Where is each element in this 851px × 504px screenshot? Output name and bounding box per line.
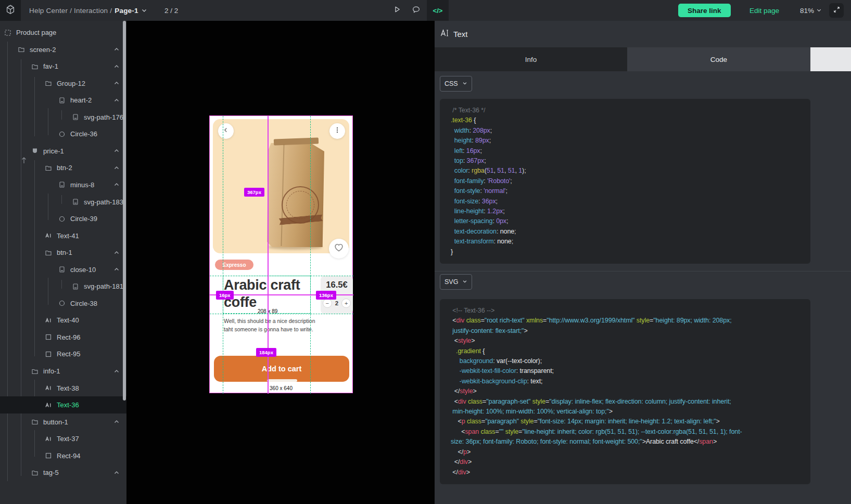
- layer-row-rect-96[interactable]: Rect-96: [0, 329, 126, 346]
- tab-code[interactable]: Code: [627, 47, 810, 71]
- layer-label: Text-41: [57, 232, 79, 240]
- layer-row-btn-2[interactable]: btn-2: [0, 159, 126, 176]
- layer-row-close-10[interactable]: close-10: [0, 261, 126, 278]
- tab-info[interactable]: Info: [435, 47, 627, 71]
- layer-label: Circle-36: [70, 130, 97, 138]
- sidebar-scrollbar[interactable]: [123, 21, 126, 400]
- rect-icon: [45, 452, 52, 459]
- app-logo[interactable]: [0, 0, 21, 21]
- chevron-up-icon[interactable]: [113, 470, 120, 476]
- layer-row-screen-2[interactable]: screen-2: [0, 41, 126, 58]
- layer-row-button-1[interactable]: button-1: [0, 413, 126, 431]
- layer-row-price-1[interactable]: price-1: [0, 143, 126, 160]
- layer-row-circle-36[interactable]: Circle-36: [0, 125, 126, 143]
- layer-row-svg-path-176[interactable]: svg-path-176: [0, 109, 126, 126]
- breadcrumb[interactable]: Help Center / Interaction / Page-1: [29, 0, 147, 21]
- svg-language-select[interactable]: SVG: [440, 274, 472, 290]
- layer-label: tag-5: [43, 469, 59, 476]
- layer-label: button-1: [43, 418, 68, 426]
- guide-horizontal-bottom: [210, 314, 353, 314]
- box-logo-icon: [5, 4, 16, 17]
- layer-row-rect-95[interactable]: Rect-95: [0, 345, 126, 363]
- chevron-up-icon[interactable]: [113, 80, 120, 86]
- product-image: [267, 136, 324, 248]
- play-icon: [393, 5, 401, 16]
- quantity-value: 2: [335, 300, 338, 306]
- canvas[interactable]: Expresso Arabic craft coffe 208 x 89 16.…: [126, 21, 435, 504]
- guide-vertical-left: [223, 116, 223, 394]
- chevron-up-icon[interactable]: [113, 182, 120, 188]
- folder-icon: [18, 46, 25, 53]
- layer-label: Text-36: [57, 401, 79, 409]
- chevron-down-icon: [462, 278, 467, 286]
- layer-row-rect-94[interactable]: Rect-94: [0, 447, 126, 464]
- layer-row-svg-path-183[interactable]: svg-path-183: [0, 193, 126, 211]
- mask-icon: [31, 147, 39, 154]
- layer-label: Text-40: [57, 316, 79, 324]
- chevron-up-icon[interactable]: [113, 419, 120, 425]
- text-element-icon: [440, 29, 449, 39]
- layer-label: close-10: [70, 266, 96, 274]
- layer-label: Text-38: [57, 384, 79, 392]
- layer-row-circle-38[interactable]: Circle-38: [0, 295, 126, 312]
- more-menu-button[interactable]: [329, 123, 345, 139]
- measure-badge-bottom: 184px: [256, 348, 276, 357]
- layer-row-circle-39[interactable]: Circle-39: [0, 210, 126, 227]
- fullscreen-button[interactable]: [829, 3, 844, 18]
- chevron-up-icon[interactable]: [113, 46, 120, 53]
- panel-divider: [435, 271, 851, 272]
- layers-sidebar: Product pagescreen-2fav-1Group-12heart-2…: [0, 21, 126, 504]
- layer-row-info-1[interactable]: info-1: [0, 363, 126, 380]
- measure-badge-left: 16px: [216, 291, 234, 300]
- layer-label: Text-37: [57, 435, 79, 443]
- layer-row-text-37[interactable]: Text-37: [0, 430, 126, 447]
- layer-row-text-41[interactable]: Text-41: [0, 227, 126, 244]
- panel-scroll-gutter[interactable]: [810, 47, 851, 71]
- edit-page-link[interactable]: Edit page: [750, 0, 779, 21]
- screen-dimensions-label: 360 x 640: [210, 385, 352, 391]
- layer-row-group-12[interactable]: Group-12: [0, 75, 126, 92]
- comment-button[interactable]: [409, 0, 423, 21]
- folder-icon: [45, 164, 52, 172]
- interaction-arrow-icon: [20, 156, 28, 164]
- layer-row-product page[interactable]: Product page: [0, 24, 126, 41]
- layer-row-btn-1[interactable]: btn-1: [0, 244, 126, 261]
- increment-button[interactable]: +: [341, 299, 351, 308]
- share-link-button[interactable]: Share link: [678, 4, 731, 17]
- layer-row-text-36[interactable]: Text-36: [0, 396, 126, 413]
- svgfile-icon: [58, 97, 66, 104]
- add-to-cart-button[interactable]: Add to cart: [214, 356, 349, 382]
- layer-row-heart-2[interactable]: heart-2: [0, 92, 126, 109]
- layer-row-fav-1[interactable]: fav-1: [0, 58, 126, 75]
- chevron-up-icon[interactable]: [113, 97, 120, 104]
- layer-row-text-38[interactable]: Text-38: [0, 380, 126, 397]
- breadcrumb-current-page: Page-1: [115, 7, 138, 15]
- svg-code-block: <!-- Text-36 --> <div class="root rich-t…: [440, 299, 810, 484]
- layer-label: btn-1: [57, 249, 72, 256]
- css-language-select[interactable]: CSS: [440, 76, 472, 92]
- play-button[interactable]: [390, 0, 404, 21]
- layer-label: svg-path-183: [84, 198, 123, 206]
- chevron-up-icon[interactable]: [113, 63, 120, 70]
- layer-row-minus-8[interactable]: minus-8: [0, 176, 126, 193]
- frame-icon: [4, 29, 11, 36]
- chevron-down-icon: [816, 7, 822, 15]
- back-button[interactable]: [218, 123, 234, 139]
- chevron-up-icon[interactable]: [113, 165, 120, 171]
- layer-row-text-40[interactable]: Text-40: [0, 312, 126, 329]
- code-view-toggle[interactable]: </>: [427, 0, 449, 21]
- device-frame: Expresso Arabic craft coffe 208 x 89 16.…: [209, 115, 353, 393]
- layer-row-svg-path-181[interactable]: svg-path-181: [0, 278, 126, 295]
- layer-row-tag-5[interactable]: tag-5: [0, 464, 126, 481]
- chevron-up-icon[interactable]: [113, 148, 120, 154]
- chevron-down-icon[interactable]: [141, 7, 147, 14]
- favorite-button[interactable]: [329, 239, 349, 259]
- chevron-up-icon[interactable]: [113, 250, 120, 256]
- product-tag[interactable]: Expresso: [215, 260, 253, 270]
- folder-icon: [31, 368, 39, 375]
- home-indicator: [267, 379, 297, 382]
- decrement-button[interactable]: −: [323, 299, 332, 308]
- chevron-up-icon[interactable]: [113, 368, 120, 374]
- chevron-up-icon[interactable]: [113, 266, 120, 273]
- zoom-level-control[interactable]: 81%: [800, 0, 822, 21]
